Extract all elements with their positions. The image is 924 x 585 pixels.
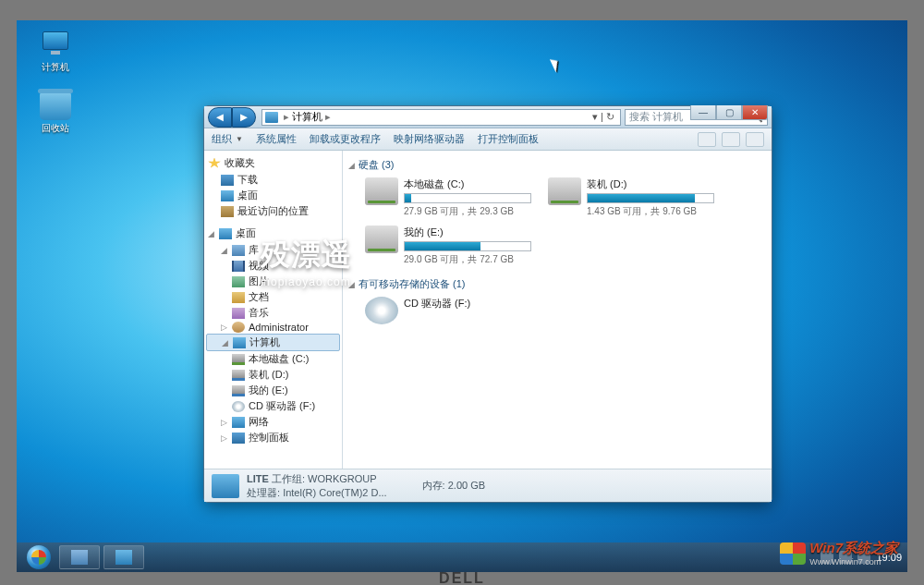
help-button[interactable] xyxy=(746,132,764,147)
collapse-icon[interactable]: ◢ xyxy=(222,338,229,347)
desktop-icon xyxy=(219,228,232,239)
tree-drive-e[interactable]: 我的 (E:) xyxy=(206,383,340,398)
details-cpu-label: 处理器: xyxy=(247,487,280,498)
tree-recent[interactable]: 最近访问的位置 xyxy=(206,203,340,219)
minimize-button[interactable]: — xyxy=(690,105,716,120)
tree-pictures[interactable]: 图片 xyxy=(206,274,340,289)
desktop-icon xyxy=(221,190,234,201)
organize-menu[interactable]: 组织 xyxy=(212,132,232,146)
uninstall-button[interactable]: 卸载或更改程序 xyxy=(310,132,381,146)
maximize-button[interactable]: ▢ xyxy=(716,105,742,120)
system-tray[interactable]: 19:09 xyxy=(821,551,902,564)
recent-icon xyxy=(221,206,234,217)
network-icon xyxy=(232,417,245,428)
drive-d[interactable]: 装机 (D:) 1.43 GB 可用，共 9.76 GB xyxy=(548,177,714,218)
map-drive-button[interactable]: 映射网络驱动器 xyxy=(394,132,465,146)
hdd-icon xyxy=(232,385,245,396)
hdd-icon xyxy=(365,177,398,205)
details-workgroup-label: 工作组: xyxy=(272,473,305,484)
computer-icon xyxy=(233,337,246,348)
tree-desktop[interactable]: 桌面 xyxy=(206,188,340,203)
expand-icon[interactable]: ▷ xyxy=(221,418,228,427)
hdd-icon xyxy=(232,370,245,381)
drive-stat: 29.0 GB 可用，共 72.7 GB xyxy=(404,253,531,266)
drive-label: 装机 (D:) xyxy=(587,177,714,191)
nav-forward-button[interactable]: ► xyxy=(232,107,256,128)
tree-computer[interactable]: ◢计算机 xyxy=(206,334,340,351)
star-icon xyxy=(208,158,221,169)
toolbar: 组织▼ 系统属性 卸载或更改程序 映射网络驱动器 打开控制面板 xyxy=(204,128,772,151)
navigation-tree[interactable]: 收藏夹 下载 桌面 最近访问的位置 ◢桌面 ◢库 视频 图片 文档 音乐 ▷Ad… xyxy=(204,151,343,502)
drive-label: CD 驱动器 (F:) xyxy=(404,297,531,311)
usage-bar xyxy=(404,241,531,251)
expand-icon[interactable]: ▷ xyxy=(221,323,228,332)
drive-label: 本地磁盘 (C:) xyxy=(404,177,531,191)
tray-flag-icon[interactable] xyxy=(821,551,833,564)
drive-e[interactable]: 我的 (E:) 29.0 GB 可用，共 72.7 GB xyxy=(365,225,531,266)
tree-administrator[interactable]: ▷Administrator xyxy=(206,321,340,334)
drive-stat: 1.43 GB 可用，共 9.76 GB xyxy=(587,205,714,218)
titlebar[interactable]: ◄ ► ▸ 计算机 ▸ ▾ | ↻ 搜索 计算机 🔍 xyxy=(204,106,772,128)
details-pc-name: LITE xyxy=(247,473,269,484)
music-icon xyxy=(232,308,245,319)
address-dropdown-icon[interactable]: ▾ | ↻ xyxy=(590,111,617,123)
drive-c[interactable]: 本地磁盘 (C:) 27.9 GB 可用，共 29.3 GB xyxy=(365,177,531,218)
breadcrumb-item[interactable]: 计算机 xyxy=(292,110,322,124)
desktop-icon-computer[interactable]: 计算机 xyxy=(28,31,83,74)
start-button[interactable] xyxy=(22,544,55,570)
folder-icon xyxy=(71,550,88,565)
close-button[interactable]: ✕ xyxy=(742,105,768,120)
system-properties-button[interactable]: 系统属性 xyxy=(256,132,297,146)
tree-drive-f[interactable]: CD 驱动器 (F:) xyxy=(206,398,340,414)
drive-f[interactable]: CD 驱动器 (F:) xyxy=(365,297,531,324)
explorer-window: — ▢ ✕ ◄ ► ▸ 计算机 ▸ ▾ | ↻ 搜索 计算机 🔍 组织▼ 系统 xyxy=(203,105,772,503)
tree-videos[interactable]: 视频 xyxy=(206,258,340,274)
desktop-icon-recycle-bin[interactable]: 回收站 xyxy=(28,92,83,135)
chevron-down-icon: ▼ xyxy=(236,135,243,143)
content-pane[interactable]: ◢硬盘 (3) 本地磁盘 (C:) 27.9 GB 可用，共 29.3 GB xyxy=(343,151,772,502)
section-hard-drives[interactable]: ◢硬盘 (3) xyxy=(348,156,762,176)
preview-pane-button[interactable] xyxy=(722,132,740,147)
tree-desktop-root[interactable]: ◢桌面 xyxy=(206,225,340,242)
breadcrumb-sep-icon: ▸ xyxy=(284,111,289,123)
tree-libraries[interactable]: ◢库 xyxy=(206,242,340,258)
video-icon xyxy=(232,261,245,272)
control-panel-icon xyxy=(232,433,245,444)
expand-icon[interactable]: ▷ xyxy=(221,433,228,443)
windows-orb-icon xyxy=(27,545,51,569)
tree-drive-c[interactable]: 本地磁盘 (C:) xyxy=(206,351,340,367)
tray-network-icon[interactable] xyxy=(839,551,852,564)
open-control-panel-button[interactable]: 打开控制面板 xyxy=(478,132,539,146)
hdd-icon xyxy=(548,177,581,205)
tray-volume-icon[interactable] xyxy=(857,551,870,564)
task-app[interactable] xyxy=(103,545,144,569)
tree-music[interactable]: 音乐 xyxy=(206,305,340,321)
tree-favorites[interactable]: 收藏夹 xyxy=(206,154,340,172)
app-icon xyxy=(116,550,132,565)
breadcrumb-sep-icon: ▸ xyxy=(325,111,331,123)
address-bar[interactable]: ▸ 计算机 ▸ ▾ | ↻ xyxy=(261,109,621,126)
task-explorer[interactable] xyxy=(59,545,100,569)
search-placeholder: 搜索 计算机 xyxy=(629,110,683,124)
collapse-icon[interactable]: ◢ xyxy=(348,280,355,289)
drive-label: 我的 (E:) xyxy=(404,225,531,239)
taskbar[interactable]: 19:09 xyxy=(17,542,907,572)
laptop-brand: DELL xyxy=(439,570,485,585)
recycle-bin-icon xyxy=(40,92,71,120)
nav-back-button[interactable]: ◄ xyxy=(208,107,232,128)
collapse-icon[interactable]: ◢ xyxy=(348,161,355,170)
section-removable[interactable]: ◢有可移动存储的设备 (1) xyxy=(348,275,762,295)
clock[interactable]: 19:09 xyxy=(876,552,902,563)
collapse-icon[interactable]: ◢ xyxy=(221,246,228,255)
usage-bar xyxy=(587,193,714,203)
tree-documents[interactable]: 文档 xyxy=(206,289,340,305)
collapse-icon[interactable]: ◢ xyxy=(208,229,215,238)
tree-downloads[interactable]: 下载 xyxy=(206,172,340,188)
tree-control-panel[interactable]: ▷控制面板 xyxy=(206,430,340,445)
details-cpu-value: Intel(R) Core(TM)2 D... xyxy=(283,487,386,498)
drive-stat: 27.9 GB 可用，共 29.3 GB xyxy=(404,205,531,218)
desktop-icon-label: 计算机 xyxy=(28,61,83,74)
view-options-button[interactable] xyxy=(698,132,716,147)
tree-drive-d[interactable]: 装机 (D:) xyxy=(206,367,340,383)
tree-network[interactable]: ▷网络 xyxy=(206,414,340,430)
